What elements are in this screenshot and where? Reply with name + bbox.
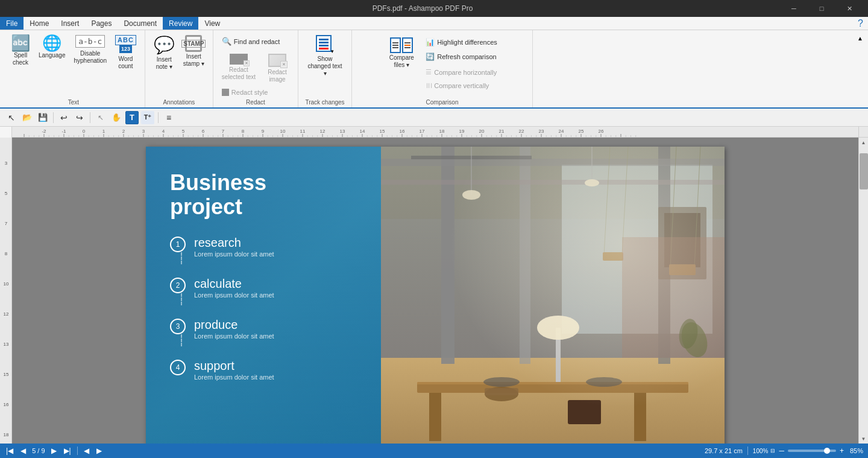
word-count-button[interactable]: ABC 123 Wordcount [112,33,140,72]
scroll-track[interactable] [859,147,868,434]
svg-text:18: 18 [439,129,445,134]
menu-insert[interactable]: Insert [55,17,85,30]
maximize-button[interactable]: □ [808,0,835,17]
compare-horizontally-label: Compare horizontally [434,69,497,76]
toolbar-separator-1 [53,112,54,123]
compare-files-button[interactable]: Comparefiles ▾ [383,35,420,98]
undo-button[interactable]: ↩ [57,111,71,124]
ribbon: 🔤 Spellcheck 🌐 Language a-b-c Disablehyp… [0,30,868,109]
add-text-button[interactable]: T⁺ [141,111,154,124]
save-file-button[interactable]: 💾 [36,111,49,124]
open-file-button[interactable]: 📂 [20,111,34,124]
step-2: 2 calculate Lorem ipsum dolor sit amet [170,278,357,305]
menu-home[interactable]: Home [24,17,55,30]
status-separator-1 [77,447,78,455]
svg-text:13: 13 [4,342,9,347]
insert-stamp-button[interactable]: STAMP Insertstamp ▾ [180,33,208,70]
minimize-button[interactable]: ─ [780,0,808,17]
title-bar: PDFs.pdf - Ashampoo PDF Pro ─ □ ✕ [0,0,868,17]
highlight-differences-button[interactable]: 📊 Highlight differences [422,36,500,48]
zoom-in-button[interactable]: + [838,447,845,455]
comparison-group-label: Comparison [426,98,459,107]
redact-image-button[interactable]: ✕ Redactimage [262,51,293,86]
ribbon-collapse-button[interactable]: ▲ [855,33,866,44]
step-4-desc: Lorem ipsum dolor sit amet [194,374,274,381]
last-page-button[interactable]: ▶| [63,447,72,455]
scroll-up-button[interactable]: ▲ [859,138,868,147]
annotations-group-items: 💬 Insertnote ▾ STAMP Insertstamp ▾ [150,33,208,98]
help-button[interactable]: ? [853,18,868,29]
track-changes-group-label: Track changes [305,98,344,107]
window-controls: ─ □ ✕ [780,0,863,17]
text-group-items: 🔤 Spellcheck 🌐 Language a-b-c Disablehyp… [7,33,140,98]
document-scroll-area[interactable]: Businessproject 1 research [12,138,858,444]
menu-document[interactable]: Document [118,17,163,30]
show-changed-text-button[interactable]: ▾ Showchanged text ▾ [303,33,347,80]
redact-style-button[interactable]: Redact style [218,87,293,98]
step-3-text: produce Lorem ipsum dolor sit amet [194,319,274,340]
zoom-out-button[interactable]: ─ [778,447,785,455]
compare-vertically-button[interactable]: ☰ Compare vertically [422,80,500,91]
insert-note-button[interactable]: 💬 Insertnote ▾ [150,33,178,73]
svg-text:24: 24 [559,129,564,134]
svg-text:14: 14 [360,129,365,134]
compare-vertically-label: Compare vertically [434,82,489,89]
ruler-left-spacer [0,127,12,138]
language-button[interactable]: 🌐 Language [35,33,69,62]
find-and-redact-button[interactable]: 🔍 Find and redact [218,35,293,48]
redact-selected-button[interactable]: ✕ Redactselected text [218,51,259,86]
menu-review[interactable]: Review [163,17,198,30]
office-photo-svg [381,147,725,444]
scroll-down-button[interactable]: ▼ [859,434,868,444]
step-3-name: produce [194,319,274,331]
insert-stamp-icon: STAMP [185,35,202,52]
cursor-tool-button[interactable]: ↖ [5,111,18,124]
next-scroll-button[interactable]: ▶ [95,447,103,455]
step-3-line [181,334,182,346]
disable-hyphenation-label: Disablehyphenation [74,50,107,65]
spell-check-button[interactable]: 🔤 Spellcheck [7,33,34,69]
ruler-row: // ruler ticks will be drawn via JS belo… [0,127,868,138]
menu-pages[interactable]: Pages [85,17,118,30]
zoom-slider[interactable] [788,450,836,452]
settings-button[interactable]: ≡ [162,111,175,124]
zoom-thumb[interactable] [824,448,830,454]
svg-text:8: 8 [242,129,245,134]
prev-page-button[interactable]: ◀ [19,447,27,455]
menu-view[interactable]: View [198,17,226,30]
disable-hyphenation-button[interactable]: a-b-c Disablehyphenation [71,33,111,67]
first-page-button[interactable]: |◀ [5,447,14,455]
step-2-text: calculate Lorem ipsum dolor sit amet [194,278,274,299]
redact-style-label: Redact style [231,89,268,96]
step-1-text: research Lorem ipsum dolor sit amet [194,237,274,258]
prev-scroll-button[interactable]: ◀ [83,447,90,455]
svg-text:16: 16 [4,402,9,407]
redact-image-icon: ✕ [268,54,286,67]
step-3-desc: Lorem ipsum dolor sit amet [194,332,274,340]
step-4-circle: 4 [170,360,186,375]
menu-file[interactable]: File [0,17,24,30]
close-button[interactable]: ✕ [835,0,863,17]
insert-note-icon: 💬 [154,35,175,55]
ribbon-group-redact: 🔍 Find and redact ✕ Redactselected text … [213,30,298,107]
ribbon-group-comparison: Comparefiles ▾ 📊 Highlight differences 🔄… [352,30,533,107]
zoom-100-button[interactable]: 100% [753,448,769,454]
step-2-line [181,293,182,305]
scroll-thumb[interactable] [860,153,868,189]
hand-tool-button[interactable]: ✋ [110,111,123,124]
page-title: Businessproject [170,171,357,218]
text-select-button[interactable]: T [125,111,139,124]
insert-note-label: Insertnote ▾ [156,56,172,71]
svg-text:22: 22 [519,129,524,134]
redo-button[interactable]: ↪ [73,111,86,124]
next-page-button[interactable]: ▶ [50,447,58,455]
svg-text:26: 26 [599,129,604,134]
select-mode-button[interactable]: ↖ [94,111,107,124]
compare-horizontally-button[interactable]: ☰ Compare horizontally [422,66,500,78]
svg-text:0: 0 [83,129,86,134]
find-and-redact-label: Find and redact [234,38,280,45]
refresh-comparison-button[interactable]: 🔄 Refresh comparison [422,51,500,63]
horizontal-ruler: // ruler ticks will be drawn via JS belo… [12,127,858,138]
status-separator-2 [747,447,748,455]
svg-text:17: 17 [420,129,425,134]
